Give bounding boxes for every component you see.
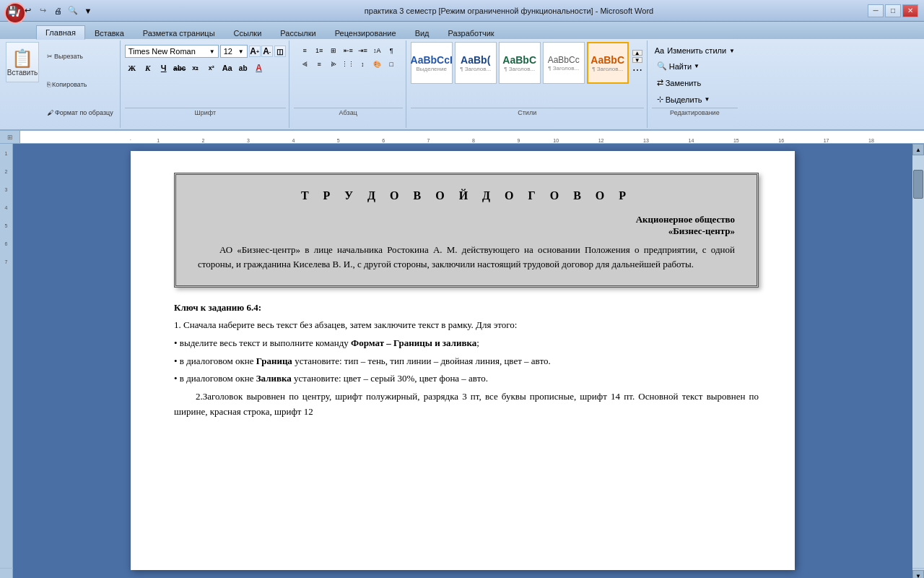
styles-more-button[interactable]: ▲ ▼ ⋯ <box>631 42 644 84</box>
line-spacing-button[interactable]: ↕ <box>356 59 369 70</box>
align-center-button[interactable]: ≡ <box>313 59 326 70</box>
style-heading2[interactable]: AaBbC ¶ Заголов... <box>499 42 541 84</box>
numbering-button[interactable]: 1≡ <box>313 45 326 56</box>
format-painter-icon: 🖌 <box>47 109 53 116</box>
subscript-button[interactable]: x₂ <box>188 61 203 74</box>
font-color-button[interactable]: A <box>252 61 266 74</box>
style-heading3[interactable]: AaBbCc ¶ Заголов... <box>543 42 585 84</box>
justify-button[interactable]: ⋮⋮ <box>341 59 354 70</box>
decrease-indent-button[interactable]: ⇤≡ <box>341 45 354 56</box>
highlight-button[interactable]: ab <box>236 61 250 74</box>
scroll-up-button[interactable]: ▲ <box>912 144 924 155</box>
multilevel-button[interactable]: ⊞ <box>327 45 340 56</box>
style-normal[interactable]: AaBbCcI Выделение <box>411 42 453 84</box>
show-marks-button[interactable]: ¶ <box>385 45 398 56</box>
align-left-button[interactable]: ⫷ <box>298 59 311 70</box>
editing-group-label: Редактирование <box>652 108 738 116</box>
scrollbar-right: ▲ ▼ <box>912 144 924 578</box>
underline-button[interactable]: Ч <box>157 61 171 74</box>
tab-insert[interactable]: Вставка <box>85 26 134 39</box>
key-item-1: • выделите весь текст и выполните команд… <box>174 336 759 351</box>
tab-page-layout[interactable]: Разметка страницы <box>134 26 225 39</box>
clipboard-group: 📋 Вставить ✂ Вырезать ⎘ Копировать 🖌 Фор… <box>3 40 121 128</box>
qat-save[interactable]: 💾 <box>6 4 19 17</box>
select-dropdown: ▼ <box>704 96 710 103</box>
tab-review[interactable]: Рецензирование <box>326 26 406 39</box>
style-heading4[interactable]: AaBbC ¶ Заголов... <box>587 42 629 84</box>
font-size-value: 12 <box>224 47 232 56</box>
italic-button[interactable]: К <box>141 61 155 74</box>
maximize-button[interactable]: □ <box>885 4 901 17</box>
ribbon-tabs: Главная Вставка Разметка страницы Ссылки… <box>0 22 924 39</box>
font-name-value: Times New Roman <box>128 47 196 56</box>
find-button[interactable]: 🔍 Найти ▼ <box>652 59 738 73</box>
shading-button[interactable]: 🎨 <box>370 59 383 70</box>
style-heading2-label: ¶ Заголов... <box>504 66 535 72</box>
ribbon-content: 📋 Вставить ✂ Вырезать ⎘ Копировать 🖌 Фор… <box>0 39 924 129</box>
replace-button[interactable]: ⇄ Заменить <box>652 76 738 90</box>
strikethrough-button[interactable]: abc <box>173 61 187 74</box>
document-bordered-box: Т Р У Д О В О Й Д О Г О В О Р Акционерно… <box>174 173 759 288</box>
font-size-selector[interactable]: 12 ▼ <box>220 45 248 58</box>
key-item-3: • в диалоговом окне Заливка установите: … <box>174 371 759 387</box>
tab-developer[interactable]: Разработчик <box>439 26 504 39</box>
key-text: 1. Сначала наберите весь текст без абзац… <box>174 318 759 420</box>
tab-mailings[interactable]: Рассылки <box>271 26 325 39</box>
close-button[interactable]: ✕ <box>902 4 918 17</box>
style-normal-text: AaBbCcI <box>411 54 453 66</box>
format-painter-button[interactable]: 🖌 Формат по образцу <box>43 108 117 118</box>
tab-references[interactable]: Ссылки <box>225 26 271 39</box>
paragraph-group: ≡ 1≡ ⊞ ⇤≡ ⇥≡ ↕A ¶ ⫷ ≡ ⫸ ⋮⋮ ↕ 🎨 □ <box>291 40 406 128</box>
select-button[interactable]: ⊹ Выделить ▼ <box>652 92 738 106</box>
bullets-button[interactable]: ≡ <box>298 45 311 56</box>
ruler-corner[interactable]: ⊞ <box>0 131 20 143</box>
key-section: Ключ к заданию 6.4: 1. Сначала наберите … <box>174 302 759 420</box>
font-name-selector[interactable]: Times New Roman ▼ <box>125 45 219 58</box>
clear-format-button[interactable]: ◫ <box>274 46 286 57</box>
document-page: Т Р У Д О В О Й Д О Г О В О Р Акционерно… <box>131 151 795 570</box>
qat-print[interactable]: 🖨 <box>51 4 64 17</box>
change-styles-label: Изменить стили <box>667 46 726 55</box>
font-increase-button[interactable]: A+ <box>249 46 261 57</box>
font-name-dropdown-icon: ▼ <box>209 48 215 55</box>
tab-home[interactable]: Главная <box>36 25 85 40</box>
change-styles-dropdown: ▼ <box>729 48 735 54</box>
style-heading1[interactable]: AaBb( ¶ Заголов... <box>455 42 497 84</box>
qat-redo[interactable]: ↪ <box>36 4 49 17</box>
key-item-0: 1. Сначала наберите весь текст без абзац… <box>174 318 759 333</box>
superscript-button[interactable]: x² <box>204 61 219 74</box>
style-heading1-label: ¶ Заголов... <box>460 66 491 72</box>
borders-button[interactable]: □ <box>385 59 398 70</box>
scroll-track <box>912 155 924 570</box>
document-body: АО «Бизнес-центр» в лице начальника Рост… <box>198 243 735 271</box>
align-right-button[interactable]: ⫸ <box>327 59 340 70</box>
font-group-label: Шрифт <box>125 108 286 116</box>
change-styles-icon: Aa <box>655 46 664 55</box>
title-text: практика 3 семестр [Режим ограниченной ф… <box>150 7 868 15</box>
qat-preview[interactable]: 🔍 <box>66 4 79 17</box>
scroll-thumb[interactable] <box>913 170 923 199</box>
font-size-dropdown-icon: ▼ <box>238 48 244 55</box>
document-area: Т Р У Д О В О Й Д О Г О В О Р Акционерно… <box>13 144 912 578</box>
bold-button[interactable]: Ж <box>125 61 139 74</box>
paste-label: Вставить <box>7 69 38 77</box>
qat-more[interactable]: ▼ <box>82 4 95 17</box>
qat-undo[interactable]: ↩ <box>21 4 34 17</box>
minimize-button[interactable]: ─ <box>868 4 884 17</box>
sort-button[interactable]: ↕A <box>370 45 383 56</box>
style-normal-label: Выделение <box>417 66 447 72</box>
tab-view[interactable]: Вид <box>406 26 439 39</box>
select-label: Выделить <box>666 95 702 104</box>
change-case-button[interactable]: Aa <box>220 61 235 74</box>
vertical-ruler: 1234567 <box>0 144 13 578</box>
document-title: Т Р У Д О В О Й Д О Г О В О Р <box>198 189 735 202</box>
copy-button[interactable]: ⎘ Копировать <box>43 79 117 90</box>
paste-button[interactable]: 📋 Вставить <box>6 42 39 82</box>
document-company-line2: «Бизнес-центр» <box>198 225 735 237</box>
font-decrease-button[interactable]: A- <box>261 46 273 57</box>
cut-button[interactable]: ✂ Вырезать <box>43 51 117 61</box>
style-heading3-label: ¶ Заголов... <box>548 65 579 72</box>
increase-indent-button[interactable]: ⇥≡ <box>356 45 369 56</box>
find-icon: 🔍 <box>657 61 667 71</box>
change-styles-button[interactable]: Aa Изменить стили ▼ <box>652 45 738 56</box>
